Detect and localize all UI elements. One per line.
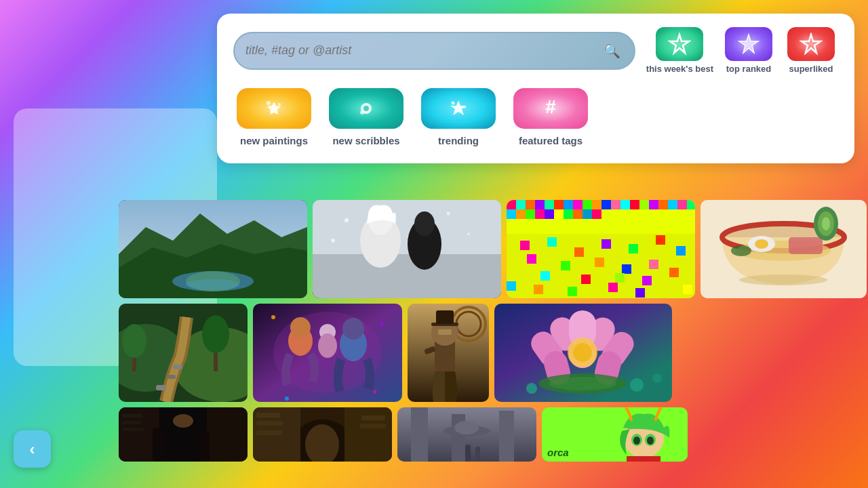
svg-rect-42 bbox=[630, 200, 639, 209]
svg-point-11 bbox=[463, 106, 466, 108]
svg-point-23 bbox=[414, 211, 435, 236]
artwork-ramen-bowl[interactable] bbox=[701, 200, 867, 298]
category-superliked[interactable]: superliked bbox=[784, 27, 838, 75]
top-ranked-label: top ranked bbox=[726, 64, 771, 75]
search-input[interactable] bbox=[245, 43, 595, 58]
svg-rect-40 bbox=[611, 200, 620, 209]
new-scribbles-icon bbox=[329, 88, 403, 129]
svg-rect-175 bbox=[627, 456, 660, 462]
svg-rect-44 bbox=[649, 200, 658, 209]
artwork-steampunk-character[interactable] bbox=[408, 304, 489, 402]
svg-point-17 bbox=[186, 279, 240, 290]
category-new-paintings[interactable]: new paintings bbox=[233, 88, 315, 148]
search-panel: 🔍 this week's best bbox=[217, 14, 854, 163]
svg-point-93 bbox=[822, 217, 830, 230]
svg-rect-73 bbox=[581, 274, 591, 284]
svg-rect-157 bbox=[256, 430, 282, 435]
svg-rect-81 bbox=[635, 288, 645, 298]
svg-rect-34 bbox=[554, 200, 564, 209]
svg-rect-144 bbox=[207, 407, 248, 462]
svg-rect-67 bbox=[527, 254, 536, 264]
svg-point-112 bbox=[318, 333, 337, 358]
svg-point-27 bbox=[331, 239, 335, 243]
svg-rect-50 bbox=[516, 209, 526, 219]
featured-tags-icon: # bbox=[513, 88, 588, 129]
svg-marker-15 bbox=[119, 244, 307, 298]
svg-point-5 bbox=[278, 103, 281, 106]
svg-rect-62 bbox=[574, 247, 584, 257]
svg-rect-36 bbox=[573, 200, 583, 209]
svg-rect-51 bbox=[526, 209, 535, 219]
svg-rect-147 bbox=[199, 431, 210, 462]
superliked-icon bbox=[787, 27, 835, 61]
svg-rect-75 bbox=[642, 276, 652, 285]
svg-rect-37 bbox=[583, 200, 592, 209]
category-new-scribbles[interactable]: new scribbles bbox=[326, 88, 407, 148]
back-button[interactable]: ‹ bbox=[14, 430, 51, 468]
svg-rect-100 bbox=[173, 365, 182, 369]
new-scribbles-label: new scribbles bbox=[332, 134, 399, 148]
category-top-ranked[interactable]: top ranked bbox=[722, 27, 776, 75]
image-grid: orca bbox=[119, 200, 861, 462]
svg-rect-161 bbox=[411, 407, 428, 462]
svg-rect-72 bbox=[540, 271, 550, 281]
artwork-row-1 bbox=[119, 200, 861, 298]
category-featured-tags[interactable]: # featured tags bbox=[510, 88, 591, 148]
svg-point-25 bbox=[447, 212, 450, 216]
svg-rect-35 bbox=[564, 200, 573, 209]
svg-point-7 bbox=[363, 106, 369, 111]
svg-rect-30 bbox=[516, 200, 526, 209]
svg-point-110 bbox=[342, 318, 364, 340]
svg-rect-33 bbox=[545, 200, 554, 209]
svg-rect-57 bbox=[583, 209, 592, 219]
artwork-dance-scene[interactable] bbox=[253, 304, 402, 402]
artwork-pixel-art[interactable] bbox=[507, 200, 695, 298]
artwork-anime-character-green[interactable]: orca bbox=[542, 407, 688, 462]
svg-point-140 bbox=[630, 378, 644, 392]
bottom-categories: new paintings new scribbles bbox=[233, 88, 838, 148]
artwork-landscape[interactable] bbox=[119, 200, 307, 298]
svg-point-116 bbox=[374, 390, 377, 394]
svg-rect-69 bbox=[595, 258, 604, 267]
svg-rect-55 bbox=[564, 209, 573, 219]
svg-rect-54 bbox=[554, 209, 564, 219]
svg-point-10 bbox=[452, 101, 455, 104]
svg-rect-64 bbox=[629, 244, 638, 253]
svg-rect-166 bbox=[465, 445, 471, 462]
svg-rect-46 bbox=[668, 200, 677, 209]
svg-rect-65 bbox=[656, 235, 665, 245]
svg-rect-82 bbox=[683, 285, 692, 294]
featured-tags-label: featured tags bbox=[519, 134, 583, 148]
svg-rect-31 bbox=[526, 200, 535, 209]
svg-rect-158 bbox=[361, 415, 385, 420]
svg-rect-47 bbox=[677, 200, 687, 209]
new-paintings-label: new paintings bbox=[240, 134, 308, 148]
back-arrow-icon: ‹ bbox=[30, 440, 35, 459]
svg-rect-53 bbox=[545, 209, 554, 219]
svg-rect-19 bbox=[313, 200, 501, 254]
artwork-dark-alley[interactable] bbox=[119, 407, 248, 462]
artwork-green-path[interactable] bbox=[119, 304, 248, 402]
category-this-weeks-best[interactable]: this week's best bbox=[646, 27, 713, 75]
svg-rect-77 bbox=[507, 281, 516, 291]
svg-rect-63 bbox=[601, 239, 611, 249]
svg-rect-156 bbox=[256, 421, 283, 426]
svg-point-94 bbox=[739, 274, 827, 285]
svg-rect-79 bbox=[568, 287, 577, 296]
search-bar[interactable]: 🔍 bbox=[233, 32, 635, 70]
category-trending[interactable]: trending bbox=[418, 88, 499, 148]
svg-point-113 bbox=[271, 315, 275, 319]
search-icon-button[interactable]: 🔍 bbox=[601, 40, 623, 62]
svg-point-136 bbox=[573, 343, 592, 362]
svg-marker-3 bbox=[802, 35, 821, 53]
svg-point-139 bbox=[526, 383, 537, 394]
svg-point-114 bbox=[380, 323, 384, 326]
artwork-lotus-flower[interactable] bbox=[494, 304, 672, 402]
artwork-sci-fi-scene[interactable] bbox=[397, 407, 536, 462]
artwork-anime-characters[interactable] bbox=[313, 200, 501, 298]
svg-rect-98 bbox=[156, 385, 166, 390]
svg-rect-29 bbox=[507, 200, 516, 209]
svg-point-138 bbox=[549, 377, 616, 390]
svg-rect-124 bbox=[438, 329, 452, 335]
artwork-stone-archway[interactable] bbox=[253, 407, 392, 462]
